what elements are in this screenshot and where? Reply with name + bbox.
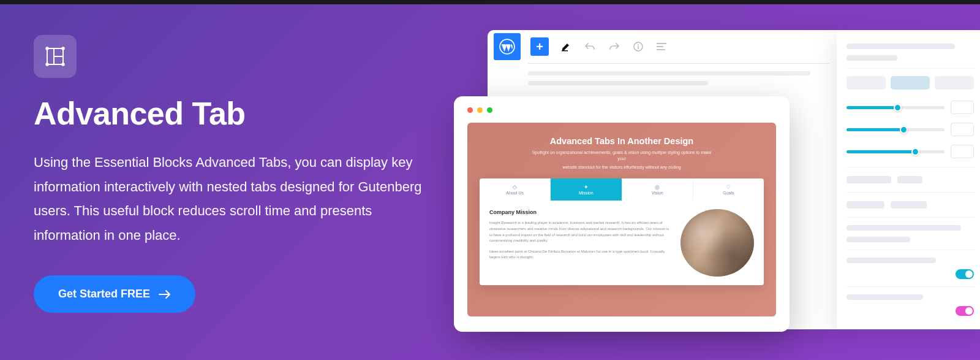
tab-body-p2: Ideas excellent point at Chicano De Fini… [489, 249, 672, 261]
svg-point-6 [62, 63, 64, 65]
canvas-subtitle-2: website standout for the visitors effort… [530, 164, 714, 170]
tab-vision[interactable]: ◎Vision [622, 178, 693, 201]
edit-icon[interactable] [561, 42, 571, 52]
svg-rect-8 [562, 50, 568, 52]
redo-icon[interactable] [609, 42, 620, 52]
svg-point-4 [62, 47, 64, 49]
block-icon [34, 35, 77, 78]
arrow-right-icon [159, 290, 171, 299]
slider-control-3[interactable] [846, 145, 974, 158]
hero-description: Using the Essential Blocks Advanced Tabs… [34, 150, 423, 247]
toggle-2[interactable] [956, 306, 974, 316]
svg-rect-12 [657, 43, 666, 44]
editor-window: + Advanced Tabs In [488, 30, 837, 329]
tab-about[interactable]: ◇About Us [480, 178, 551, 201]
toggle-1[interactable] [956, 269, 974, 279]
svg-point-3 [46, 47, 48, 49]
tab-goals[interactable]: ♡Goals [693, 178, 764, 201]
tab-body-heading: Company Mission [489, 209, 672, 215]
add-block-button[interactable]: + [530, 37, 549, 56]
undo-icon[interactable] [584, 42, 595, 52]
get-started-button[interactable]: Get Started FREE [34, 275, 195, 313]
tab-mission[interactable]: ✦Mission [551, 178, 622, 201]
svg-rect-14 [657, 49, 665, 50]
svg-point-5 [46, 63, 48, 65]
cta-label: Get Started FREE [58, 288, 150, 301]
sidebar-tabs[interactable] [846, 76, 974, 90]
svg-rect-11 [638, 46, 639, 49]
preview-browser: Advanced Tabs In Another Design Spotligh… [454, 96, 790, 332]
info-icon[interactable] [633, 42, 643, 52]
settings-sidebar [837, 30, 980, 329]
outline-icon[interactable] [657, 43, 666, 50]
tab-body-p1: Insight Research is a leading player in … [489, 220, 672, 243]
svg-point-10 [638, 44, 639, 45]
window-dots [467, 107, 776, 113]
svg-rect-13 [657, 46, 663, 47]
slider-control-2[interactable] [846, 123, 974, 136]
tab-body-image [680, 209, 754, 277]
slider-control-1[interactable] [846, 101, 974, 114]
canvas-subtitle-1: Spotlight on organizational achievements… [530, 150, 714, 162]
hero-title: Advanced Tab [34, 95, 423, 132]
canvas-title: Advanced Tabs In Another Design [480, 136, 764, 146]
wordpress-logo-icon[interactable] [494, 33, 521, 60]
